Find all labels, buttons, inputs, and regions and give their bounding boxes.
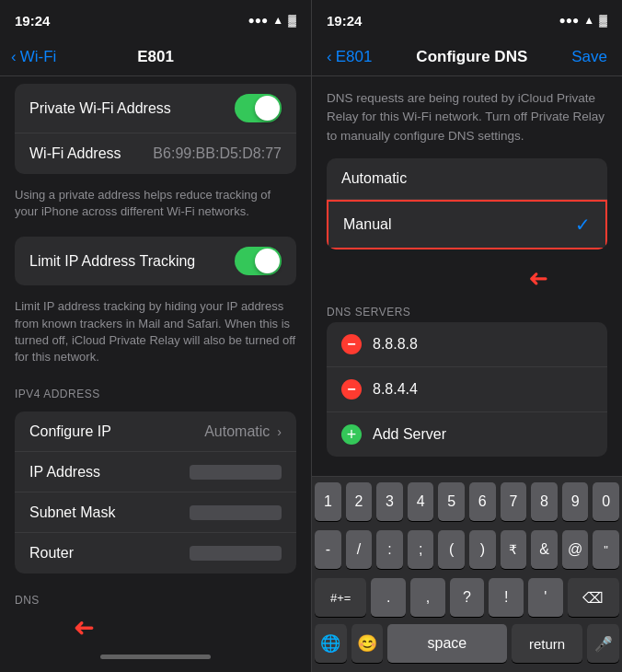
key-question[interactable]: ? <box>450 578 485 617</box>
left-bottom-bar <box>0 641 311 672</box>
dns-arrow-annotation: ➜ <box>74 612 95 641</box>
right-chevron-left-icon: ‹ <box>327 48 332 66</box>
automatic-mode-row[interactable]: Automatic <box>327 158 607 200</box>
key-3[interactable]: 3 <box>376 482 403 521</box>
right-back-button[interactable]: ‹ E801 <box>327 48 372 66</box>
key-space[interactable]: space <box>387 624 507 663</box>
delete-key[interactable]: ⌫ <box>568 578 619 617</box>
keyboard-row-4: 🌐 😊 space return 🎤 <box>312 620 622 672</box>
key-slash[interactable]: / <box>346 530 373 569</box>
left-status-bar: 19:24 ●●● ▲ ▓ <box>0 0 311 41</box>
key-emoji[interactable]: 😊 <box>351 624 384 663</box>
key-8[interactable]: 8 <box>531 482 558 521</box>
key-semicolon[interactable]: ; <box>408 530 434 569</box>
right-scroll-content: DNS requests are being routed by iCloud … <box>312 76 622 476</box>
right-nav-title: Configure DNS <box>416 48 527 66</box>
key-rparen[interactable]: ) <box>469 530 496 569</box>
key-amp[interactable]: & <box>531 530 558 569</box>
left-panel: 19:24 ●●● ▲ ▓ ‹ Wi-Fi E801 Private Wi-Fi… <box>0 0 311 672</box>
router-label: Router <box>29 545 74 562</box>
wifi-address-value: B6:99:BB:D5:D8:77 <box>153 145 282 162</box>
manual-checkmark-icon: ✓ <box>575 214 591 236</box>
key-rupee[interactable]: ₹ <box>501 530 527 569</box>
keyboard-row-1: 1 2 3 4 5 6 7 8 9 0 <box>312 477 622 525</box>
left-back-button[interactable]: ‹ Wi-Fi <box>11 48 56 66</box>
ipv4-header: IPV4 ADDRESS <box>0 375 311 404</box>
private-wifi-section: Private Wi-Fi Address Wi-Fi Address B6:9… <box>15 84 296 174</box>
dns-info-text: DNS requests are being routed by iCloud … <box>312 76 622 158</box>
right-status-time: 19:24 <box>327 13 362 29</box>
ipv4-section: Configure IP Automatic › IP Address Subn… <box>15 411 296 574</box>
dns-servers-arrow: ➜ <box>528 264 548 293</box>
dns-servers-section: − 8.8.8.8 − 8.8.4.4 + Add Server <box>327 322 607 457</box>
left-nav-bar: ‹ Wi-Fi E801 <box>0 41 311 76</box>
right-nav-bar: ‹ E801 Configure DNS Save <box>312 41 622 76</box>
key-2[interactable]: 2 <box>346 482 373 521</box>
right-status-bar: 19:24 ●●● ▲ ▓ <box>312 0 622 41</box>
left-back-label: Wi-Fi <box>20 48 57 66</box>
key-5[interactable]: 5 <box>438 482 465 521</box>
add-server-label: Add Server <box>373 426 446 443</box>
dns-server-2-row[interactable]: − 8.8.4.4 <box>327 367 607 412</box>
key-at[interactable]: @ <box>562 530 589 569</box>
left-home-indicator <box>100 655 211 659</box>
key-4[interactable]: 4 <box>408 482 434 521</box>
subnet-mask-value <box>190 505 282 520</box>
private-wifi-row[interactable]: Private Wi-Fi Address <box>15 84 296 133</box>
key-0[interactable]: 0 <box>593 482 619 521</box>
key-apostrophe[interactable]: ' <box>528 578 563 617</box>
keyboard: 1 2 3 4 5 6 7 8 9 0 - / : ; ( ) ₹ & @ " … <box>312 476 622 672</box>
key-mic[interactable]: 🎤 <box>587 624 619 663</box>
key-dash[interactable]: - <box>315 530 341 569</box>
key-globe[interactable]: 🌐 <box>315 624 347 663</box>
configure-ip-row[interactable]: Configure IP Automatic › <box>15 411 296 452</box>
key-7[interactable]: 7 <box>501 482 527 521</box>
key-6[interactable]: 6 <box>469 482 496 521</box>
ip-address-value <box>190 465 282 480</box>
remove-server-1-button[interactable]: − <box>341 334 362 354</box>
subnet-mask-label: Subnet Mask <box>29 504 115 521</box>
manual-mode-row[interactable]: Manual ✓ <box>327 200 607 249</box>
key-period[interactable]: . <box>371 578 406 617</box>
wifi-address-label: Wi-Fi Address <box>29 145 121 162</box>
save-button[interactable]: Save <box>571 48 607 66</box>
right-signal-icon: ●●● <box>559 14 580 27</box>
private-wifi-toggle[interactable] <box>235 94 282 122</box>
ip-address-label: IP Address <box>29 464 100 481</box>
signal-icon: ●●● <box>248 14 269 27</box>
automatic-mode-label: Automatic <box>341 170 407 187</box>
add-server-row[interactable]: + Add Server <box>327 412 607 457</box>
configure-ip-value: Automatic › <box>204 423 282 440</box>
right-wifi-icon: ▲ <box>583 14 594 27</box>
right-panel: 19:24 ●●● ▲ ▓ ‹ E801 Configure DNS Save … <box>311 0 622 672</box>
key-exclaim[interactable]: ! <box>489 578 524 617</box>
left-status-time: 19:24 <box>15 13 50 29</box>
right-battery-icon: ▓ <box>599 14 607 27</box>
key-colon[interactable]: : <box>376 530 403 569</box>
key-lparen[interactable]: ( <box>438 530 465 569</box>
key-1[interactable]: 1 <box>315 482 341 521</box>
right-back-label: E801 <box>336 48 373 66</box>
battery-icon: ▓ <box>288 14 296 27</box>
left-scroll-content: Private Wi-Fi Address Wi-Fi Address B6:9… <box>0 76 311 641</box>
dns-header: DNS <box>0 581 311 610</box>
chevron-left-icon: ‹ <box>11 48 17 66</box>
dns-server-2-value: 8.8.4.4 <box>373 381 418 398</box>
wifi-helper-text: Using a private address helps reduce tra… <box>0 181 311 229</box>
add-server-button[interactable]: + <box>341 424 362 445</box>
key-comma[interactable]: , <box>410 578 445 617</box>
key-hash-plus-equals[interactable]: #+= <box>315 578 366 617</box>
right-status-icons: ●●● ▲ ▓ <box>559 14 607 27</box>
wifi-icon: ▲ <box>272 14 283 27</box>
key-quote[interactable]: " <box>593 530 619 569</box>
left-status-icons: ●●● ▲ ▓ <box>248 14 296 27</box>
key-9[interactable]: 9 <box>562 482 589 521</box>
key-return[interactable]: return <box>512 624 583 663</box>
remove-server-2-button[interactable]: − <box>341 379 362 400</box>
limit-ip-row[interactable]: Limit IP Address Tracking <box>15 237 296 285</box>
dns-server-1-row[interactable]: − 8.8.8.8 <box>327 322 607 367</box>
limit-ip-toggle[interactable] <box>235 247 282 275</box>
router-row: Router <box>15 533 296 574</box>
left-nav-title: E801 <box>137 48 174 66</box>
private-wifi-label: Private Wi-Fi Address <box>29 100 171 117</box>
